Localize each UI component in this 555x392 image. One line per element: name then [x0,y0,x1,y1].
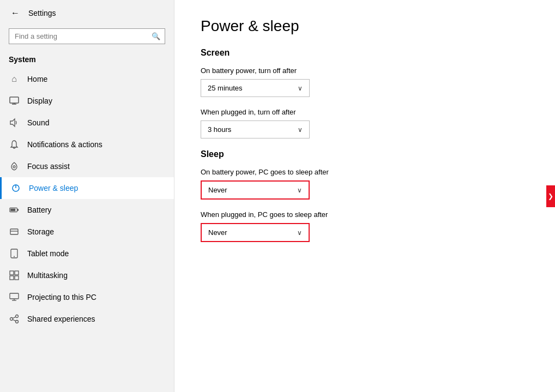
sidebar-nav: ⌂ Home Display Sound Notifications & act… [0,68,174,330]
settings-title: Settings [28,9,56,17]
sidebar-label-display: Display [27,97,52,105]
sidebar-label-storage: Storage [27,227,54,236]
search-input[interactable] [9,29,147,44]
screen-plugged-value: 3 hours [208,125,231,134]
sleep-battery-arrow: ∨ [297,186,302,194]
screen-plugged-label: When plugged in, turn off after [201,108,529,116]
svg-point-4 [13,166,15,168]
sleep-plugged-dropdown[interactable]: Never ∨ [201,223,310,242]
svg-rect-14 [10,271,14,275]
multitasking-icon [9,270,20,281]
sleep-section-title: Sleep [201,149,529,159]
screen-battery-dropdown[interactable]: 25 minutes ∨ [201,79,310,97]
sleep-plugged-arrow: ∨ [297,229,302,237]
svg-point-22 [16,315,19,318]
svg-rect-9 [10,209,15,212]
svg-point-21 [10,318,13,321]
svg-rect-17 [15,276,19,280]
sidebar-label-sound: Sound [27,118,49,127]
svg-rect-15 [15,271,19,275]
sidebar: ← Settings 🔍 System ⌂ Home Display Sound [0,0,174,392]
page-title: Power & sleep [201,17,529,35]
projecting-icon [9,292,20,303]
tablet-mode-icon [9,248,20,259]
back-button[interactable]: ← [9,7,22,20]
svg-rect-0 [10,97,19,103]
notifications-icon [9,139,20,150]
sidebar-label-projecting: Projecting to this PC [27,293,96,301]
power-sleep-icon [10,183,21,194]
sleep-plugged-label: When plugged in, PC goes to sleep after [201,210,529,219]
sidebar-label-focus-assist: Focus assist [27,162,70,171]
svg-rect-10 [10,229,18,234]
sidebar-label-tablet-mode: Tablet mode [27,249,69,258]
sidebar-item-battery[interactable]: Battery [0,199,174,221]
screen-battery-label: On battery power, turn off after [201,67,529,75]
home-icon: ⌂ [9,74,20,85]
sidebar-item-projecting[interactable]: Projecting to this PC [0,286,174,308]
svg-line-25 [13,319,16,321]
sidebar-label-battery: Battery [27,206,51,214]
sidebar-label-power-sleep: Power & sleep [29,184,78,192]
sidebar-item-storage[interactable]: Storage [0,221,174,243]
system-section-label: System [0,51,174,68]
storage-icon [9,226,20,237]
screen-section-title: Screen [201,48,529,58]
sidebar-header: ← Settings [0,0,174,26]
screen-plugged-arrow: ∨ [298,126,303,134]
sidebar-item-power-sleep[interactable]: Power & sleep [0,177,174,199]
shared-experiences-icon [9,313,20,324]
sidebar-item-home[interactable]: ⌂ Home [0,68,174,90]
sidebar-item-shared-experiences[interactable]: Shared experiences [0,308,174,330]
sleep-battery-value: Never [208,186,227,194]
sidebar-item-tablet-mode[interactable]: Tablet mode [0,243,174,264]
screen-battery-arrow: ∨ [298,85,303,92]
search-box: 🔍 [9,28,165,44]
sidebar-item-notifications[interactable]: Notifications & actions [0,134,174,155]
screen-battery-value: 25 minutes [208,84,243,92]
sleep-section: Sleep On battery power, PC goes to sleep… [201,149,529,242]
svg-marker-3 [10,119,15,126]
sound-icon [9,117,20,128]
svg-rect-18 [10,293,19,299]
sidebar-toggle-button[interactable]: ❯ [546,185,555,207]
sidebar-label-multitasking: Multitasking [27,271,68,280]
svg-point-23 [16,321,19,323]
main-content: ❯ Power & sleep Screen On battery power,… [174,0,555,392]
sidebar-item-sound[interactable]: Sound [0,112,174,134]
sidebar-label-shared-experiences: Shared experiences [27,315,95,323]
svg-line-24 [13,317,16,318]
sidebar-label-notifications: Notifications & actions [27,140,102,149]
sidebar-label-home: Home [27,75,47,83]
svg-rect-16 [10,276,14,280]
svg-point-13 [14,256,15,257]
svg-rect-8 [17,209,19,211]
focus-assist-icon [9,161,20,172]
sleep-battery-label: On battery power, PC goes to sleep after [201,168,529,176]
sidebar-item-display[interactable]: Display [0,90,174,112]
display-icon [9,95,20,106]
sleep-battery-dropdown[interactable]: Never ∨ [201,180,310,200]
screen-plugged-dropdown[interactable]: 3 hours ∨ [201,120,310,138]
battery-icon [9,204,20,215]
sleep-plugged-value: Never [208,228,227,237]
search-icon: 🔍 [147,32,165,40]
sidebar-item-multitasking[interactable]: Multitasking [0,264,174,286]
sidebar-item-focus-assist[interactable]: Focus assist [0,155,174,177]
screen-section: Screen On battery power, turn off after … [201,48,529,138]
